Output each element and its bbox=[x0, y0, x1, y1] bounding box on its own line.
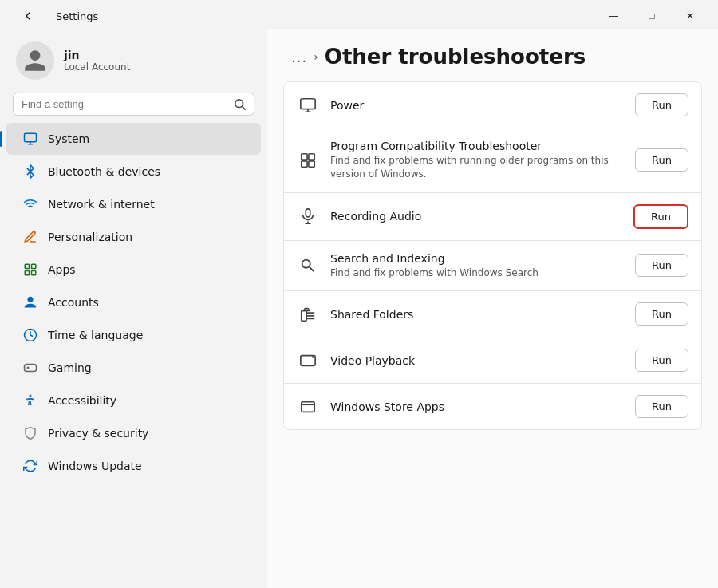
ts-search-desc: Find and fix problems with Windows Searc… bbox=[330, 266, 624, 280]
ts-power-text: Power bbox=[330, 99, 624, 112]
svg-rect-1 bbox=[25, 264, 29, 268]
update-icon bbox=[22, 458, 38, 474]
sidebar-item-system-label: System bbox=[48, 132, 89, 145]
sidebar-item-update[interactable]: Windows Update bbox=[6, 450, 261, 482]
time-icon bbox=[22, 327, 38, 343]
apps-icon bbox=[22, 262, 38, 278]
svg-point-7 bbox=[30, 395, 32, 397]
sidebar-item-network-label: Network & internet bbox=[48, 198, 155, 211]
network-icon bbox=[22, 196, 38, 212]
recording-audio-run-button[interactable]: Run bbox=[633, 204, 688, 229]
gaming-icon bbox=[22, 360, 38, 376]
sidebar-item-accounts[interactable]: Accounts bbox=[6, 286, 261, 318]
table-row: Power Run bbox=[283, 81, 702, 128]
user-section[interactable]: jin Local Account bbox=[0, 29, 267, 89]
sidebar-item-time-label: Time & language bbox=[48, 329, 143, 341]
search-box[interactable] bbox=[13, 93, 254, 116]
avatar bbox=[16, 41, 54, 80]
search-icon bbox=[235, 99, 246, 110]
ts-compat-name: Program Compatibility Troubleshooter bbox=[330, 140, 624, 152]
title-bar-left: Settings bbox=[10, 5, 98, 27]
windows-store-run-button[interactable]: Run bbox=[635, 395, 688, 418]
svg-rect-14 bbox=[302, 310, 306, 321]
ts-store-name: Windows Store Apps bbox=[330, 401, 624, 413]
sidebar-item-accounts-label: Accounts bbox=[48, 296, 99, 309]
sidebar-item-network[interactable]: Network & internet bbox=[6, 188, 261, 220]
sidebar-item-accessibility[interactable]: Accessibility bbox=[6, 385, 261, 416]
app-body: jin Local Account System bbox=[0, 29, 718, 588]
breadcrumb[interactable]: ... bbox=[291, 49, 307, 65]
sidebar-item-personalization[interactable]: Personalization bbox=[6, 221, 261, 253]
back-button[interactable] bbox=[10, 5, 46, 27]
video-playback-icon bbox=[297, 349, 319, 372]
sidebar-item-system[interactable]: System bbox=[6, 123, 261, 155]
maximize-button[interactable]: □ bbox=[633, 5, 670, 27]
search-indexing-icon bbox=[297, 255, 319, 277]
svg-rect-9 bbox=[302, 154, 307, 160]
ts-power-name: Power bbox=[330, 99, 624, 112]
svg-rect-8 bbox=[301, 98, 315, 109]
table-row: Shared Folders Run bbox=[283, 290, 702, 337]
sidebar-item-privacy-label: Privacy & security bbox=[48, 427, 148, 440]
ts-shared-name: Shared Folders bbox=[330, 308, 624, 321]
table-row: Search and Indexing Find and fix problem… bbox=[283, 240, 702, 292]
svg-rect-0 bbox=[25, 133, 37, 142]
svg-rect-12 bbox=[309, 161, 314, 167]
svg-rect-17 bbox=[302, 401, 315, 412]
ts-shared-text: Shared Folders bbox=[330, 308, 624, 321]
svg-rect-4 bbox=[32, 271, 36, 275]
sidebar-item-update-label: Windows Update bbox=[48, 460, 142, 472]
shared-folders-run-button[interactable]: Run bbox=[635, 302, 688, 326]
svg-rect-3 bbox=[25, 271, 29, 275]
main-content: ... › Other troubleshooters Power Run bbox=[267, 29, 718, 588]
main-header: ... › Other troubleshooters bbox=[267, 29, 718, 81]
system-icon bbox=[22, 131, 38, 147]
ts-search-text: Search and Indexing Find and fix problem… bbox=[330, 252, 624, 280]
title-bar: Settings — □ ✕ bbox=[0, 0, 718, 29]
table-row: Windows Store Apps Run bbox=[283, 383, 702, 430]
ts-search-name: Search and Indexing bbox=[330, 252, 624, 265]
sidebar-item-personalization-label: Personalization bbox=[48, 231, 132, 243]
program-compat-icon bbox=[297, 149, 319, 172]
table-row: Video Playback Run bbox=[283, 337, 702, 384]
sidebar-item-gaming-label: Gaming bbox=[48, 361, 92, 374]
sidebar-item-bluetooth[interactable]: Bluetooth & devices bbox=[6, 156, 261, 187]
sidebar-item-apps[interactable]: Apps bbox=[6, 254, 261, 286]
ts-video-text: Video Playback bbox=[330, 354, 624, 367]
user-type: Local Account bbox=[64, 61, 130, 73]
sidebar-item-gaming[interactable]: Gaming bbox=[6, 352, 261, 384]
shared-folders-icon bbox=[297, 303, 319, 326]
ts-video-name: Video Playback bbox=[330, 354, 624, 367]
sidebar-item-accessibility-label: Accessibility bbox=[48, 394, 116, 407]
ts-audio-name: Recording Audio bbox=[330, 210, 622, 223]
privacy-icon bbox=[22, 425, 38, 441]
window-controls: — □ ✕ bbox=[595, 5, 708, 27]
windows-store-icon bbox=[297, 396, 319, 418]
svg-rect-6 bbox=[25, 365, 37, 372]
power-icon bbox=[297, 94, 319, 116]
ts-compat-desc: Find and fix problems with running older… bbox=[330, 154, 624, 181]
table-row: Recording Audio Run bbox=[283, 192, 702, 241]
close-button[interactable]: ✕ bbox=[672, 5, 708, 27]
sidebar-nav: System Bluetooth & devices Network & int… bbox=[0, 122, 267, 483]
svg-rect-11 bbox=[302, 161, 307, 167]
sidebar-item-privacy[interactable]: Privacy & security bbox=[6, 417, 261, 449]
user-name: jin bbox=[64, 49, 130, 61]
video-playback-run-button[interactable]: Run bbox=[635, 349, 688, 372]
sidebar-item-apps-label: Apps bbox=[48, 263, 76, 276]
svg-point-16 bbox=[312, 356, 314, 358]
minimize-button[interactable]: — bbox=[595, 5, 632, 27]
compat-run-button[interactable]: Run bbox=[635, 148, 688, 172]
sidebar: jin Local Account System bbox=[0, 29, 267, 588]
accounts-icon bbox=[22, 294, 38, 310]
search-input[interactable] bbox=[22, 98, 228, 110]
troubleshooters-list: Power Run Program Compatibility Troubles… bbox=[267, 81, 718, 446]
personalization-icon bbox=[22, 229, 38, 245]
app-title: Settings bbox=[56, 10, 98, 22]
ts-store-text: Windows Store Apps bbox=[330, 401, 624, 413]
search-indexing-run-button[interactable]: Run bbox=[635, 254, 688, 277]
bluetooth-icon bbox=[22, 164, 38, 180]
power-run-button[interactable]: Run bbox=[635, 93, 688, 116]
svg-rect-10 bbox=[309, 154, 314, 160]
sidebar-item-time[interactable]: Time & language bbox=[6, 319, 261, 351]
